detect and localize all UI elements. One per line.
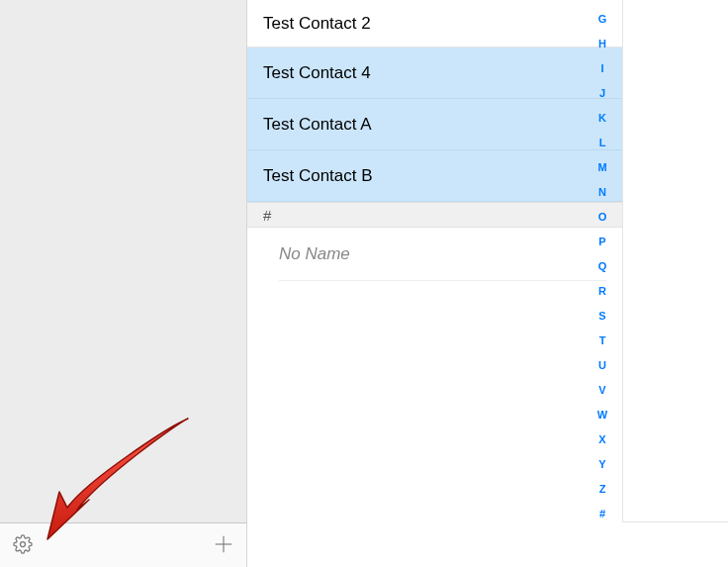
groups-sidebar	[0, 0, 247, 522]
index-letter[interactable]: M	[597, 154, 606, 179]
contact-name: Test Contact A	[263, 115, 372, 135]
index-letter[interactable]: Z	[599, 476, 606, 501]
contact-row[interactable]: Test Contact B	[247, 150, 622, 202]
index-letter[interactable]: T	[599, 328, 606, 352]
index-letter[interactable]: U	[598, 352, 606, 377]
plus-icon	[213, 533, 234, 559]
contact-name: No Name	[279, 244, 350, 264]
contact-name: Test Contact B	[263, 166, 373, 186]
index-letter[interactable]: K	[598, 105, 606, 130]
divider	[623, 521, 728, 522]
contact-name: Test Contact 2	[263, 14, 371, 34]
contact-row[interactable]: Test Contact 4	[247, 47, 622, 99]
index-letter[interactable]: J	[599, 80, 605, 105]
settings-button[interactable]	[8, 523, 38, 567]
section-header-hash: #	[247, 202, 622, 228]
detail-panel	[623, 0, 728, 522]
index-letter[interactable]: W	[597, 402, 607, 426]
svg-point-0	[21, 541, 26, 546]
contact-name: Test Contact 4	[263, 63, 371, 83]
contact-row-no-name[interactable]: No Name	[279, 228, 606, 281]
index-letter[interactable]: R	[598, 278, 606, 303]
gear-icon	[13, 534, 33, 558]
index-letter[interactable]: L	[599, 130, 606, 154]
index-letter[interactable]: Y	[598, 451, 605, 476]
index-letter[interactable]: P	[598, 229, 605, 253]
index-letter[interactable]: Q	[598, 253, 607, 278]
index-letter[interactable]: N	[598, 179, 606, 204]
index-letter[interactable]: S	[598, 303, 605, 328]
index-letter[interactable]: G	[598, 6, 607, 31]
index-letter[interactable]: X	[598, 426, 605, 451]
index-letter[interactable]: O	[598, 204, 607, 229]
section-label: #	[263, 207, 271, 224]
index-letter[interactable]: I	[600, 55, 603, 80]
contact-row[interactable]: Test Contact 2	[247, 0, 622, 47]
index-letter[interactable]: V	[598, 377, 605, 402]
add-contact-button[interactable]	[209, 523, 238, 567]
contact-row[interactable]: Test Contact A	[247, 99, 622, 150]
sidebar-footer	[0, 522, 247, 567]
index-letter[interactable]: H	[598, 31, 606, 55]
contacts-list: Test Contact 2 Test Contact 4 Test Conta…	[247, 0, 623, 522]
alphabet-index[interactable]: G H I J K L M N O P Q R S T U V W X Y Z …	[592, 6, 613, 525]
index-letter[interactable]: #	[599, 501, 605, 525]
